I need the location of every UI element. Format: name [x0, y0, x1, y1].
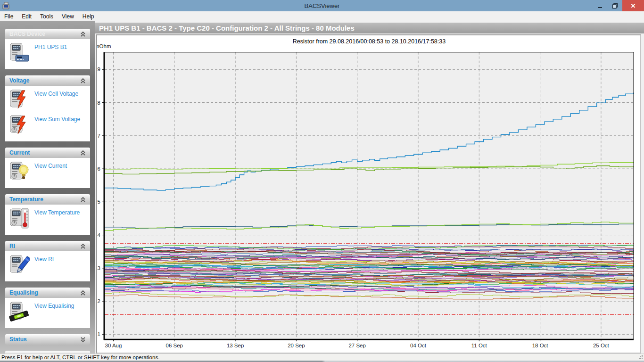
window-title: BACSViewer	[0, 2, 644, 9]
resize-grip-icon[interactable]	[638, 354, 643, 360]
resistance-chart: 12345678930 Aug06 Sep13 Sep20 Sep27 Sep0…	[97, 35, 640, 353]
svg-text:20 Sep: 20 Sep	[288, 343, 305, 348]
svg-text:5: 5	[98, 199, 100, 205]
svg-text:13 Sep: 13 Sep	[227, 343, 244, 348]
section-header-status[interactable]: Status	[5, 334, 90, 345]
minimize-icon	[597, 3, 603, 9]
section-header-current[interactable]: Current	[5, 148, 90, 158]
section-body-bacs-device: PH1 UPS B1	[5, 39, 90, 69]
section-body-current: View Current	[5, 158, 90, 188]
app-icon	[2, 1, 10, 10]
close-button[interactable]: ✕	[622, 0, 644, 11]
bacs-device-icon	[8, 42, 30, 63]
section-body-ri: View RI	[5, 251, 90, 281]
expand-chevron-icon[interactable]	[80, 336, 87, 343]
sidebar-link-view-cell-voltage[interactable]: View Cell Voltage	[34, 89, 78, 97]
section-header-bacs-device[interactable]: BACS Device	[5, 29, 90, 39]
sidebar-item-ph1-ups-b1[interactable]: PH1 UPS B1	[7, 41, 88, 67]
main-area: PH1 UPS B1 - BACS 2 - Type C20 - Configu…	[95, 21, 644, 354]
sidebar-section-bacs-device: BACS DevicePH1 UPS B1	[5, 29, 90, 69]
sidebar-item-view-equalising[interactable]: View Equalising	[7, 300, 88, 326]
sidebar-link-ph1-ups-b1[interactable]: PH1 UPS B1	[34, 42, 67, 50]
close-icon: ✕	[631, 2, 636, 9]
sidebar-section-temperature: TemperatureView Temperature	[5, 194, 90, 235]
svg-text:9: 9	[98, 66, 100, 72]
collapse-chevron-icon[interactable]	[80, 30, 87, 38]
sidebar-link-view-temperature[interactable]: View Temperature	[34, 208, 80, 216]
equalising-icon	[8, 301, 30, 322]
svg-text:6: 6	[98, 166, 100, 172]
sidebar-section-ri: RIView RI	[5, 241, 90, 281]
menu-tools[interactable]: Tools	[36, 12, 58, 21]
svg-text:04 Oct: 04 Oct	[410, 343, 427, 348]
sidebar-link-view-equalising[interactable]: View Equalising	[34, 301, 74, 309]
svg-text:Resistor from 29.08.2016/00:08: Resistor from 29.08.2016/00:08:53 to 28.…	[293, 38, 446, 45]
title-bar[interactable]: BACSViewer ✕	[0, 0, 644, 11]
cell-voltage-icon	[8, 89, 30, 110]
menu-help[interactable]: Help	[78, 12, 99, 21]
chart-panel: 12345678930 Aug06 Sep13 Sep20 Sep27 Sep0…	[96, 34, 641, 354]
section-body-equalising: View Equalising	[5, 298, 90, 328]
sidebar: BACS DevicePH1 UPS B1VoltageView Cell Vo…	[0, 21, 95, 354]
section-header-ri[interactable]: RI	[5, 241, 90, 251]
svg-text:1: 1	[98, 331, 100, 337]
sidebar-link-view-current[interactable]: View Current	[34, 161, 67, 169]
menu-view[interactable]: View	[58, 12, 78, 21]
section-body-temperature: View Temperature	[5, 205, 90, 235]
section-title-current: Current	[9, 149, 80, 156]
sum-voltage-icon	[8, 115, 30, 135]
sidebar-link-view-sum-voltage[interactable]: View Sum Voltage	[34, 115, 80, 123]
temperature-icon	[8, 208, 30, 229]
sidebar-item-view-cell-voltage[interactable]: View Cell Voltage	[7, 88, 88, 114]
svg-text:3: 3	[98, 265, 100, 271]
svg-text:25 Oct: 25 Oct	[593, 343, 610, 348]
restore-icon	[612, 3, 618, 9]
svg-text:4: 4	[98, 232, 101, 238]
collapse-chevron-icon[interactable]	[80, 149, 87, 156]
sidebar-item-view-temperature[interactable]: View Temperature	[7, 207, 88, 232]
sidebar-section-status: Status	[5, 334, 90, 345]
svg-text:7: 7	[98, 133, 100, 139]
sidebar-item-view-sum-voltage[interactable]: View Sum Voltage	[7, 114, 88, 139]
menu-file[interactable]: File	[0, 12, 17, 21]
sidebar-item-view-ri[interactable]: View RI	[7, 254, 88, 279]
sidebar-section-voltage: VoltageView Cell VoltageView Sum Voltage	[5, 75, 90, 141]
section-title-voltage: Voltage	[9, 77, 80, 84]
section-title-bacs-device: BACS Device	[9, 31, 80, 37]
menu-edit[interactable]: Edit	[17, 12, 36, 21]
svg-text:mOhm: mOhm	[97, 43, 111, 49]
collapse-chevron-icon[interactable]	[80, 242, 87, 250]
sidebar-section-current: CurrentView Current	[5, 148, 90, 188]
minimize-button[interactable]	[592, 0, 607, 11]
section-title-equalising: Equalising	[9, 289, 80, 296]
svg-text:11 Oct: 11 Oct	[471, 343, 487, 348]
svg-text:2: 2	[98, 298, 100, 304]
svg-text:18 Oct: 18 Oct	[532, 343, 549, 348]
svg-text:8: 8	[98, 100, 100, 106]
svg-text:30 Aug: 30 Aug	[105, 343, 122, 348]
sidebar-section-equalising: EqualisingView Equalising	[5, 288, 90, 328]
section-header-equalising[interactable]: Equalising	[5, 288, 90, 298]
sidebar-item-view-current[interactable]: View Current	[7, 160, 88, 186]
bacsviewer-window: BACSViewer ✕ FileEditToolsViewHelp BACS …	[0, 0, 644, 362]
status-bar: Press F1 for help or ALT, CTRL or SHIFT …	[0, 354, 644, 361]
section-title-temperature: Temperature	[9, 196, 80, 203]
section-title-status: Status	[9, 336, 80, 343]
svg-text:27 Sep: 27 Sep	[348, 343, 365, 348]
collapse-chevron-icon[interactable]	[80, 196, 87, 203]
section-body-voltage: View Cell VoltageView Sum Voltage	[5, 86, 90, 141]
page-title: PH1 UPS B1 - BACS 2 - Type C20 - Configu…	[95, 23, 644, 33]
status-text: Press F1 for help or ALT, CTRL or SHIFT …	[1, 354, 159, 360]
section-title-ri: RI	[9, 243, 80, 249]
section-header-temperature[interactable]: Temperature	[5, 194, 90, 205]
svg-text:06 Sep: 06 Sep	[166, 343, 183, 348]
menu-bar: FileEditToolsViewHelp	[0, 11, 644, 21]
ri-icon	[8, 255, 30, 275]
sidebar-link-view-ri[interactable]: View RI	[34, 255, 54, 263]
current-icon	[8, 161, 30, 182]
collapse-chevron-icon[interactable]	[80, 289, 87, 296]
section-header-voltage[interactable]: Voltage	[5, 75, 90, 86]
restore-button[interactable]	[607, 0, 622, 11]
collapse-chevron-icon[interactable]	[80, 77, 87, 84]
